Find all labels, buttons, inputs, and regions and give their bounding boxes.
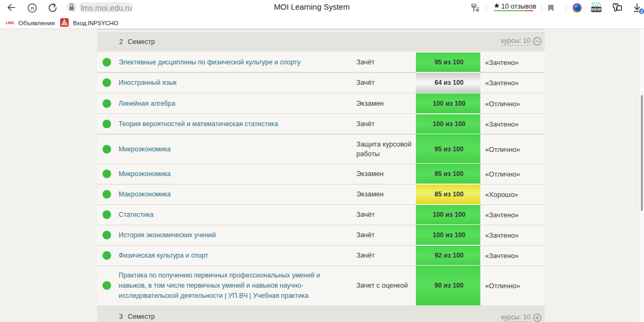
- svg-text:Я: Я: [30, 5, 34, 11]
- svg-text:NEW: NEW: [591, 7, 601, 12]
